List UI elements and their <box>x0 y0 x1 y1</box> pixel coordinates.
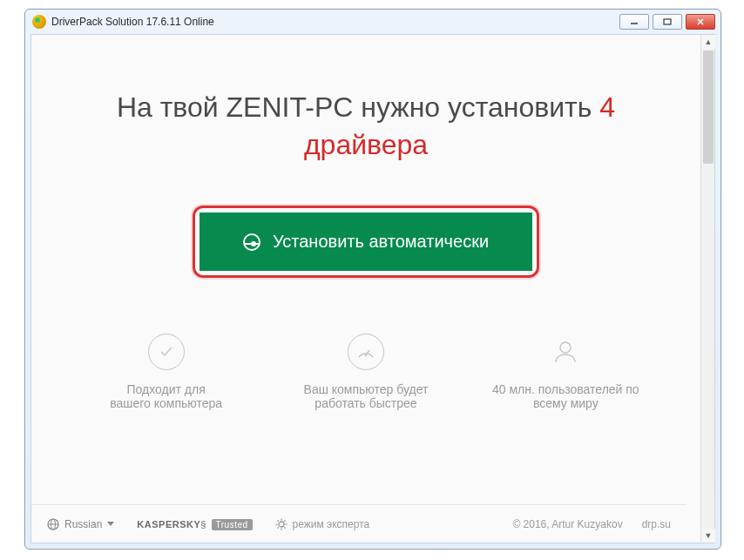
svg-line-15 <box>277 520 278 521</box>
app-window: DriverPack Solution 17.6.11 Online На тв… <box>24 9 721 550</box>
svg-point-10 <box>279 522 284 527</box>
cta-highlight: Установить автоматически <box>193 206 539 278</box>
vertical-scrollbar[interactable]: ▲ ▼ <box>700 35 714 543</box>
feature-compatible: Подходит для вашего компьютера <box>66 334 266 410</box>
site-link[interactable]: drp.su <box>642 518 671 530</box>
svg-line-17 <box>284 520 285 521</box>
maximize-button[interactable] <box>653 14 682 30</box>
language-selector[interactable]: Russian <box>47 518 114 530</box>
scroll-up-button[interactable]: ▲ <box>701 35 715 49</box>
scroll-down-button[interactable]: ▼ <box>701 529 715 543</box>
feature-text: Подходит для <box>110 382 222 396</box>
minimize-button[interactable] <box>619 14 649 30</box>
gear-icon <box>275 518 287 530</box>
scroll-thumb[interactable] <box>703 51 714 164</box>
headline-prefix: На твой <box>117 91 227 123</box>
svg-line-18 <box>277 527 278 528</box>
steering-wheel-icon <box>243 233 260 251</box>
feature-faster: Ваш компьютер будет работать быстрее <box>266 334 465 410</box>
language-label: Russian <box>64 518 102 530</box>
svg-point-5 <box>365 354 368 357</box>
chevron-down-icon <box>107 522 114 526</box>
feature-text: всему миру <box>492 396 639 410</box>
feature-text: работать быстрее <box>304 396 429 410</box>
expert-mode-link[interactable]: режим эксперта <box>275 518 370 530</box>
window-title: DriverPack Solution 17.6.11 Online <box>51 16 214 28</box>
close-button[interactable] <box>686 14 715 30</box>
pc-name: ZENIT-PC <box>227 91 354 123</box>
install-auto-button[interactable]: Установить автоматически <box>200 213 532 271</box>
driver-count: 4 <box>599 91 615 123</box>
titlebar: DriverPack Solution 17.6.11 Online <box>25 10 720 34</box>
headline: На твой ZENIT-PC нужно установить 4 драй… <box>91 89 641 164</box>
user-icon <box>547 334 584 370</box>
checkmark-icon <box>148 334 185 370</box>
copyright: © 2016, Artur Kuzyakov <box>512 518 622 530</box>
client-area: На твой ZENIT-PC нужно установить 4 драй… <box>30 34 715 543</box>
svg-line-16 <box>284 527 285 528</box>
app-icon <box>32 15 46 29</box>
expert-mode-label: режим эксперта <box>293 518 370 530</box>
kaspersky-trusted: KASPERSKY§ Trusted <box>137 519 252 530</box>
headline-mid: нужно установить <box>353 91 599 123</box>
feature-text: 40 млн. пользователей по <box>492 382 639 396</box>
features-row: Подходит для вашего компьютера Ваш компь… <box>31 334 700 410</box>
feature-users: 40 млн. пользователей по всему миру <box>466 334 666 410</box>
install-button-label: Установить автоматически <box>273 232 489 252</box>
kaspersky-label: KASPERSKY <box>137 519 200 530</box>
globe-icon <box>47 518 59 530</box>
gauge-icon <box>348 334 384 370</box>
trusted-badge: Trusted <box>212 519 253 530</box>
footer: Russian KASPERSKY§ Trusted режим эксперт… <box>31 504 687 543</box>
drivers-word: драйвера <box>304 129 428 160</box>
svg-rect-1 <box>664 19 671 24</box>
svg-point-6 <box>560 342 571 353</box>
feature-text: вашего компьютера <box>110 396 222 410</box>
feature-text: Ваш компьютер будет <box>304 382 429 396</box>
